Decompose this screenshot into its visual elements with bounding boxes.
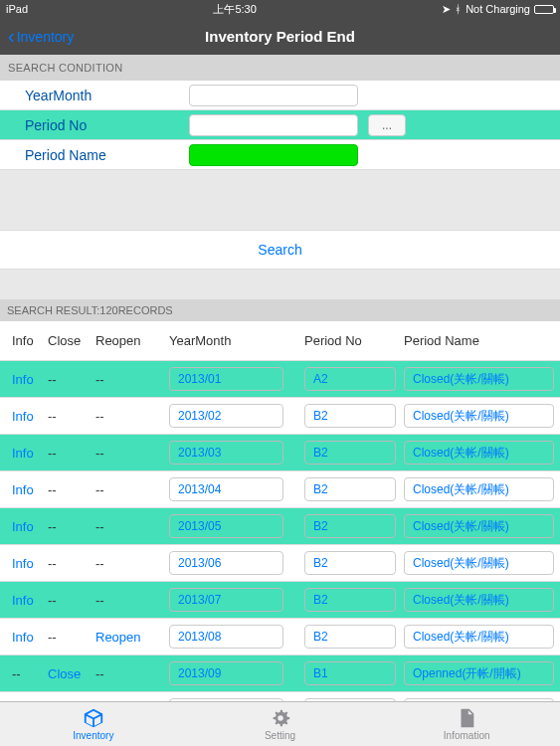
- back-button[interactable]: ‹ Inventory: [8, 25, 74, 48]
- gear-icon: [270, 707, 291, 729]
- chevron-left-icon: ‹: [8, 25, 15, 48]
- reopen-cell: --: [95, 482, 104, 497]
- info-cell[interactable]: Info: [12, 409, 34, 424]
- info-cell[interactable]: Info: [12, 556, 34, 571]
- search-condition-header: SEARCH CONDITION: [0, 55, 560, 81]
- table-body: Info----2013/01A2Closed(关帐/關帳)Info----20…: [0, 361, 560, 729]
- yearmonth-cell[interactable]: 2013/06: [169, 551, 283, 575]
- periodno-cell[interactable]: B2: [304, 477, 396, 501]
- info-cell[interactable]: Info: [12, 630, 34, 645]
- reopen-cell: --: [95, 666, 104, 681]
- periodname-cell[interactable]: Closed(关帐/關帳): [404, 625, 554, 649]
- reopen-cell: --: [95, 593, 104, 608]
- table-row: Info----2013/04B2Closed(关帐/關帳): [0, 471, 560, 508]
- info-cell[interactable]: Info: [12, 482, 34, 497]
- yearmonth-cell[interactable]: 2013/07: [169, 588, 283, 612]
- periodname-cell[interactable]: Closed(关帐/關帳): [404, 551, 554, 575]
- table-row: Info----2013/05B2Closed(关帐/關帳): [0, 508, 560, 545]
- periodno-cell[interactable]: B1: [304, 661, 396, 685]
- search-button[interactable]: Search: [258, 242, 301, 258]
- close-cell: --: [48, 409, 57, 424]
- status-bar: iPad 上午5:30 ➤ ᚼ Not Charging: [0, 0, 560, 18]
- close-cell: --: [48, 630, 57, 645]
- close-cell: --: [48, 446, 57, 461]
- table-row: Info----2013/02B2Closed(关帐/關帳): [0, 398, 560, 435]
- periodno-cell[interactable]: B2: [304, 514, 396, 538]
- th-periodname: Period Name: [400, 333, 560, 348]
- table-row: Info--Reopen2013/08B2Closed(关帐/關帳): [0, 619, 560, 655]
- yearmonth-row: YearMonth: [0, 81, 560, 110]
- bluetooth-icon: ᚼ: [455, 3, 462, 15]
- tab-setting-label: Setting: [265, 730, 295, 741]
- th-yearmonth: YearMonth: [149, 333, 300, 348]
- periodno-cell[interactable]: B2: [304, 551, 396, 575]
- tab-setting[interactable]: Setting: [187, 702, 374, 746]
- location-icon: ➤: [442, 3, 451, 16]
- spacer: [0, 170, 560, 230]
- th-close: Close: [44, 333, 92, 348]
- periodno-cell[interactable]: B2: [304, 404, 396, 428]
- close-cell: --: [48, 482, 57, 497]
- yearmonth-cell[interactable]: 2013/05: [169, 514, 283, 538]
- page-title: Inventory Period End: [0, 28, 560, 45]
- reopen-cell: --: [95, 372, 104, 387]
- close-cell: --: [48, 556, 57, 571]
- periodname-cell[interactable]: Closed(关帐/關帳): [404, 514, 554, 538]
- th-periodno: Period No: [300, 333, 400, 348]
- table-row: Info----2013/01A2Closed(关帐/關帳): [0, 361, 560, 398]
- periodno-input[interactable]: [189, 114, 358, 136]
- table-row: Info----2013/06B2Closed(关帐/關帳): [0, 545, 560, 582]
- search-button-row: Search: [0, 230, 560, 270]
- table-row: Info----2013/03B2Closed(关帐/關帳): [0, 435, 560, 471]
- periodno-lookup-button[interactable]: ...: [368, 114, 406, 136]
- periodname-input[interactable]: [189, 144, 358, 166]
- periodname-cell[interactable]: Closed(关帐/關帳): [404, 477, 554, 501]
- nav-bar: ‹ Inventory Inventory Period End: [0, 18, 560, 55]
- document-icon: [456, 707, 477, 729]
- yearmonth-cell[interactable]: 2013/02: [169, 404, 283, 428]
- close-cell: --: [48, 372, 57, 387]
- periodno-row: Period No ...: [0, 110, 560, 140]
- periodname-cell[interactable]: Closed(关帐/關帳): [404, 404, 554, 428]
- tab-infomation[interactable]: Infomation: [373, 702, 560, 746]
- table-header: Info Close Reopen YearMonth Period No Pe…: [0, 321, 560, 361]
- device-label: iPad: [6, 3, 28, 15]
- reopen-cell: --: [95, 446, 104, 461]
- yearmonth-cell[interactable]: 2013/01: [169, 367, 283, 391]
- table-row: Info----2013/07B2Closed(关帐/關帳): [0, 582, 560, 619]
- periodno-cell[interactable]: B2: [304, 441, 396, 465]
- reopen-cell: --: [95, 409, 104, 424]
- reopen-cell[interactable]: Reopen: [95, 630, 141, 645]
- info-cell[interactable]: Info: [12, 593, 34, 608]
- back-label: Inventory: [17, 29, 75, 45]
- periodno-label: Period No: [25, 117, 189, 133]
- close-cell: --: [48, 593, 57, 608]
- periodname-cell[interactable]: Closed(关帐/關帳): [404, 367, 554, 391]
- info-cell[interactable]: Info: [12, 446, 34, 461]
- periodname-row: Period Name: [0, 140, 560, 170]
- info-cell[interactable]: Info: [12, 519, 34, 534]
- periodno-cell[interactable]: B2: [304, 625, 396, 649]
- periodname-cell[interactable]: Closed(关帐/關帳): [404, 588, 554, 612]
- yearmonth-label: YearMonth: [25, 88, 189, 103]
- yearmonth-cell[interactable]: 2013/09: [169, 661, 283, 685]
- th-info: Info: [0, 333, 44, 348]
- tab-inventory-label: Inventory: [73, 730, 113, 741]
- th-reopen: Reopen: [92, 333, 149, 348]
- tab-bar: Inventory Setting Infomation: [0, 701, 560, 746]
- yearmonth-cell[interactable]: 2013/04: [169, 477, 283, 501]
- yearmonth-cell[interactable]: 2013/08: [169, 625, 283, 649]
- close-cell[interactable]: Close: [48, 666, 81, 681]
- yearmonth-input[interactable]: [189, 85, 358, 106]
- periodno-cell[interactable]: B2: [304, 588, 396, 612]
- periodname-cell[interactable]: Closed(关帐/關帳): [404, 441, 554, 465]
- tab-infomation-label: Infomation: [444, 730, 490, 741]
- info-cell[interactable]: Info: [12, 372, 34, 387]
- yearmonth-cell[interactable]: 2013/03: [169, 441, 283, 465]
- periodno-cell[interactable]: A2: [304, 367, 396, 391]
- tab-inventory[interactable]: Inventory: [0, 702, 187, 746]
- close-cell: --: [48, 519, 57, 534]
- periodname-cell[interactable]: Openned(开帐/開帳): [404, 661, 554, 685]
- periodname-label: Period Name: [25, 147, 189, 163]
- spacer: [0, 270, 560, 299]
